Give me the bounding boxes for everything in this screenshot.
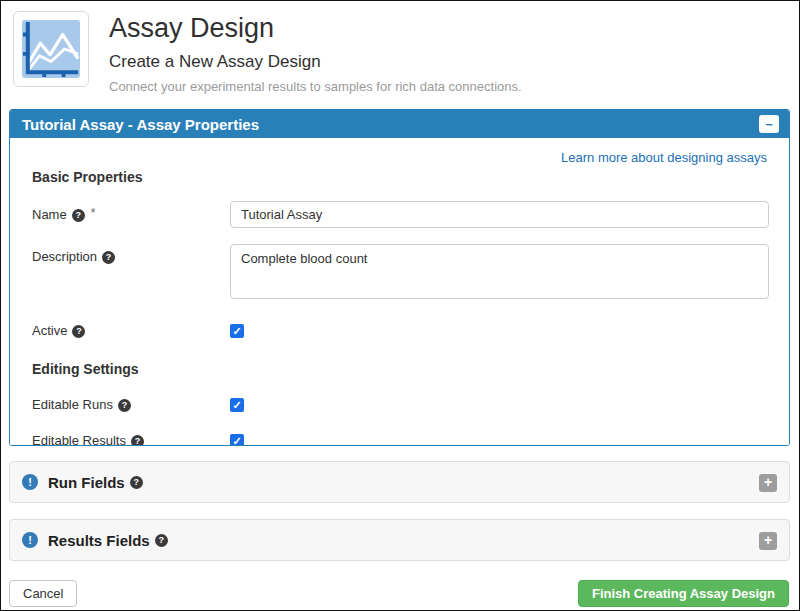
editable-results-label: Editable Results? (32, 433, 230, 447)
assay-properties-panel-header[interactable]: Tutorial Assay - Assay Properties − (10, 110, 789, 138)
active-label: Active? (32, 323, 230, 338)
assay-design-page: Assay Design Create a New Assay Design C… (0, 0, 800, 611)
active-help-icon[interactable]: ? (72, 325, 85, 338)
page-subtitle: Create a New Assay Design (109, 52, 522, 72)
basic-properties-heading: Basic Properties (32, 169, 767, 185)
editable-runs-checkbox[interactable]: ✓ (230, 398, 244, 412)
active-field-row: Active? ✓ (32, 321, 767, 339)
plus-icon: + (764, 532, 772, 548)
assay-properties-panel-body: Learn more about designing assays Basic … (10, 138, 789, 445)
editable-results-control: ✓ (230, 431, 769, 446)
name-input[interactable] (230, 201, 769, 228)
footer-actions: Cancel Finish Creating Assay Design (9, 580, 789, 607)
run-fields-panel-header[interactable]: ! Run Fields ? + (9, 461, 790, 503)
description-label: Description? (32, 244, 230, 264)
active-field-control: ✓ (230, 321, 769, 339)
active-checkbox[interactable]: ✓ (230, 324, 244, 338)
name-field-row: Name?* (32, 201, 767, 228)
description-field-control: Complete blood count (230, 244, 769, 303)
description-textarea[interactable]: Complete blood count (230, 244, 769, 299)
name-label: Name?* (32, 201, 230, 222)
run-fields-expand-button[interactable]: + (759, 474, 777, 492)
editable-results-checkbox[interactable]: ✓ (230, 434, 244, 446)
assay-properties-panel: Tutorial Assay - Assay Properties − Lear… (9, 109, 790, 446)
run-fields-title: Run Fields (48, 474, 125, 491)
alert-info-icon: ! (22, 474, 38, 490)
name-help-icon[interactable]: ? (72, 209, 85, 222)
finish-creating-assay-design-button[interactable]: Finish Creating Assay Design (578, 580, 789, 607)
minus-icon: − (765, 118, 773, 131)
editable-runs-label: Editable Runs? (32, 397, 230, 412)
description-help-icon[interactable]: ? (102, 251, 115, 264)
page-description: Connect your experimental results to sam… (109, 79, 522, 94)
collapse-panel-button[interactable]: − (759, 115, 779, 133)
alert-info-icon: ! (22, 532, 38, 548)
plus-icon: + (764, 474, 772, 490)
header-text: Assay Design Create a New Assay Design C… (109, 11, 522, 101)
cancel-button[interactable]: Cancel (9, 580, 77, 607)
page-title: Assay Design (109, 13, 522, 44)
results-fields-title: Results Fields (48, 532, 150, 549)
learn-more-row: Learn more about designing assays (32, 138, 767, 165)
run-fields-help-icon[interactable]: ? (130, 476, 143, 489)
editing-settings-heading: Editing Settings (32, 361, 767, 377)
assay-properties-panel-title: Tutorial Assay - Assay Properties (22, 116, 259, 133)
editable-results-row: Editable Results? ✓ (32, 431, 767, 446)
editable-runs-row: Editable Runs? ✓ (32, 395, 767, 413)
results-fields-help-icon[interactable]: ? (155, 534, 168, 547)
assay-chart-icon (13, 11, 89, 87)
name-field-control (230, 201, 769, 228)
description-field-row: Description? Complete blood count (32, 244, 767, 303)
line-chart-icon (22, 20, 80, 78)
assay-properties-panel-wrap: Tutorial Assay - Assay Properties − Lear… (9, 109, 790, 446)
editable-runs-help-icon[interactable]: ? (118, 399, 131, 412)
editable-runs-control: ✓ (230, 395, 769, 413)
learn-more-link[interactable]: Learn more about designing assays (561, 150, 767, 165)
required-marker: * (91, 206, 96, 220)
page-header: Assay Design Create a New Assay Design C… (1, 1, 799, 101)
editable-results-help-icon[interactable]: ? (131, 435, 144, 447)
results-fields-panel-header[interactable]: ! Results Fields ? + (9, 519, 790, 561)
results-fields-expand-button[interactable]: + (759, 532, 777, 550)
